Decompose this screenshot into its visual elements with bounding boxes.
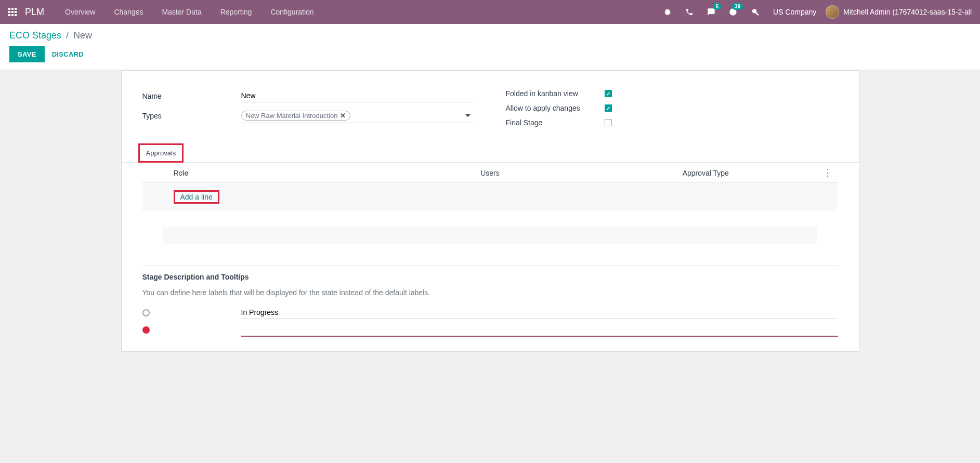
breadcrumb: ECO Stages / New: [9, 30, 971, 41]
tab-approvals[interactable]: Approvals: [138, 143, 184, 163]
folded-checkbox[interactable]: [605, 90, 612, 97]
name-input[interactable]: [241, 89, 475, 102]
state-normal-input[interactable]: [241, 306, 838, 319]
col-role: Role: [142, 169, 379, 177]
types-label: Types: [142, 112, 241, 120]
state-normal-icon[interactable]: [142, 309, 150, 316]
save-button[interactable]: SAVE: [9, 46, 45, 62]
nav-configuration[interactable]: Configuration: [263, 0, 321, 24]
company-switcher[interactable]: US Company: [768, 8, 821, 16]
tools-icon[interactable]: [746, 0, 764, 24]
empty-bar: [163, 227, 817, 244]
add-a-line-link[interactable]: Add a line: [174, 190, 219, 204]
types-tag-label: New Raw Material Introduction: [246, 112, 338, 120]
col-users: Users: [378, 169, 601, 177]
final-label: Final Stage: [506, 118, 605, 127]
apps-icon[interactable]: [8, 8, 17, 16]
types-tag[interactable]: New Raw Material Introduction ✕: [241, 111, 350, 121]
debug-icon[interactable]: [659, 0, 676, 24]
name-label: Name: [142, 92, 241, 100]
messages-badge: 5: [713, 3, 721, 10]
nav-changes[interactable]: Changes: [107, 0, 150, 24]
user-name: Mitchell Admin (17674012-saas-15-2-all: [843, 8, 972, 16]
desc-help: You can define here labels that will be …: [142, 288, 838, 297]
breadcrumb-current: New: [73, 30, 92, 41]
nav-reporting[interactable]: Reporting: [213, 0, 259, 24]
desc-title: Stage Description and Tooltips: [142, 273, 838, 281]
allow-label: Allow to apply changes: [506, 104, 605, 112]
col-approval-type: Approval Type: [602, 169, 810, 177]
avatar: [826, 5, 839, 19]
breadcrumb-parent[interactable]: ECO Stages: [9, 30, 61, 41]
remove-tag-icon[interactable]: ✕: [340, 112, 346, 120]
app-brand[interactable]: PLM: [25, 7, 44, 18]
nav-master-data[interactable]: Master Data: [154, 0, 208, 24]
state-blocked-icon[interactable]: [142, 326, 150, 334]
activities-icon[interactable]: 39: [724, 0, 742, 24]
columns-menu-icon[interactable]: ⋮: [810, 169, 838, 177]
folded-label: Folded in kanban view: [506, 89, 605, 98]
user-menu[interactable]: Mitchell Admin (17674012-saas-15-2-all: [826, 5, 972, 19]
types-input[interactable]: New Raw Material Introduction ✕: [241, 109, 475, 123]
final-checkbox[interactable]: [605, 119, 612, 126]
state-blocked-input[interactable]: [241, 323, 838, 337]
discard-button[interactable]: DISCARD: [50, 46, 86, 62]
activities-badge: 39: [732, 3, 743, 10]
phone-icon[interactable]: [681, 0, 698, 24]
messages-icon[interactable]: 5: [702, 0, 720, 24]
types-dropdown-caret[interactable]: [465, 112, 475, 120]
nav-overview[interactable]: Overview: [58, 0, 102, 24]
allow-checkbox[interactable]: [605, 104, 612, 112]
